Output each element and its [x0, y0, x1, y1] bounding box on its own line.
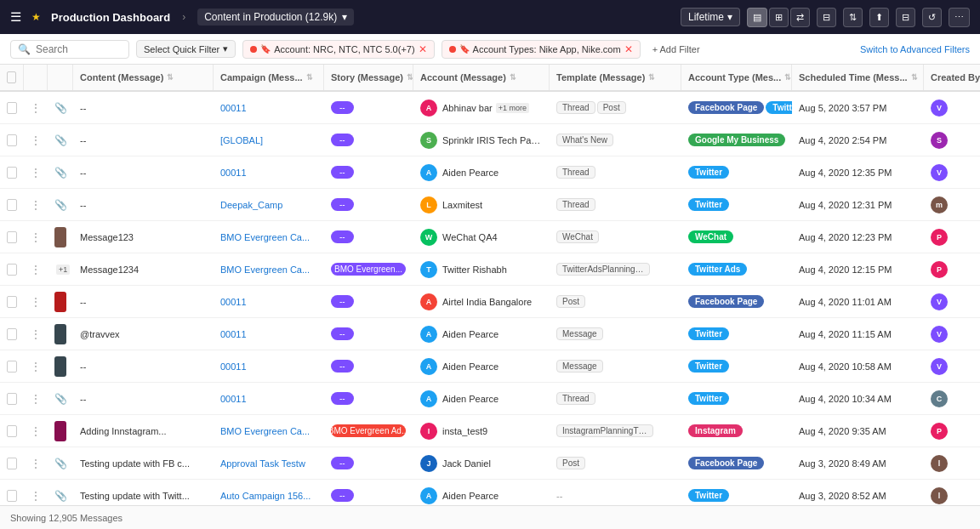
row-account-cell: WWeChat QA4: [413, 221, 550, 253]
row-checkbox[interactable]: [7, 167, 17, 179]
lifetime-button[interactable]: Lifetime ▾: [681, 8, 740, 26]
search-box[interactable]: 🔍: [10, 40, 129, 59]
campaign-link[interactable]: BMO Evergreen Ca...: [220, 426, 310, 436]
row-checkbox[interactable]: [7, 328, 17, 340]
more-icon[interactable]: ⋮: [31, 296, 41, 308]
more-icon[interactable]: ⋮: [31, 199, 41, 211]
campaign-link[interactable]: [GLOBAL]: [220, 135, 263, 145]
campaign-link[interactable]: 00011: [220, 329, 247, 339]
col-sched-header[interactable]: Scheduled Time (Mess... ⇅: [792, 65, 924, 90]
campaign-link[interactable]: BMO Evergreen Ca...: [220, 264, 310, 275]
select-all-checkbox[interactable]: [7, 71, 16, 83]
remove-account-type-filter-button[interactable]: ✕: [624, 43, 633, 55]
more-icon[interactable]: ⋮: [31, 393, 41, 405]
template-badge: Message: [556, 360, 603, 373]
story-pill: --: [331, 489, 354, 502]
row-checkbox[interactable]: [7, 199, 17, 211]
more-icon[interactable]: ⋮: [31, 458, 41, 469]
col-story-header[interactable]: Story (Message) ⇅: [324, 65, 413, 90]
expand-button[interactable]: ⊟: [817, 8, 836, 27]
content-thumbnail: [54, 356, 66, 377]
row-checkbox-cell: [0, 286, 24, 317]
content-text: Testing update with FB c...: [80, 458, 190, 469]
row-checkbox[interactable]: [7, 361, 17, 373]
search-input[interactable]: [36, 43, 121, 55]
col-content-header[interactable]: Content (Message) ⇅: [73, 65, 214, 90]
row-template-cell: Post: [550, 447, 681, 479]
campaign-link[interactable]: BMO Evergreen Ca...: [220, 232, 310, 242]
more-icon[interactable]: ⋮: [31, 231, 41, 243]
row-checkbox-cell: [0, 415, 24, 447]
row-checkbox[interactable]: [7, 296, 17, 308]
table-row: ⋮Message123BMO Evergreen Ca...--WWeChat …: [0, 221, 980, 253]
account-avatar: I: [420, 423, 437, 440]
content-breadcrumb[interactable]: Content in Production (12.9k) ▾: [197, 9, 354, 26]
campaign-link[interactable]: 00011: [220, 168, 247, 178]
more-icon[interactable]: ⋮: [31, 134, 41, 146]
campaign-link[interactable]: 00011: [220, 394, 247, 404]
row-created-cell: P: [924, 221, 980, 253]
story-pill: --: [331, 392, 354, 405]
compare-view-button[interactable]: ⇄: [790, 8, 810, 27]
campaign-link[interactable]: 00011: [220, 297, 247, 307]
export-button[interactable]: ⬆: [869, 8, 889, 27]
pin-icon: 📎: [54, 393, 67, 405]
account-filter-chip[interactable]: 🔖 Account: NRC, NTC, NTC 5.0(+7) ✕: [242, 40, 434, 59]
chevron-down-icon: ▾: [223, 43, 228, 54]
more-icon[interactable]: ⋮: [31, 425, 41, 437]
list-view-button[interactable]: ▤: [747, 8, 767, 27]
col-template-header[interactable]: Template (Message) ⇅: [550, 65, 681, 90]
col-campaign-header[interactable]: Campaign (Mess... ⇅: [214, 65, 324, 90]
more-icon[interactable]: ⋮: [31, 264, 41, 276]
row-story-cell: BMO Evergreen Ad...: [324, 415, 413, 447]
row-checkbox[interactable]: [7, 425, 17, 437]
more-options-button[interactable]: ⋯: [949, 8, 970, 27]
campaign-link[interactable]: Deepak_Camp: [220, 200, 282, 210]
row-checkbox[interactable]: [7, 231, 17, 243]
row-content-cell: --: [73, 189, 214, 220]
pin-icon: 📎: [54, 102, 67, 114]
row-checkbox[interactable]: [7, 490, 17, 502]
col-actype-header[interactable]: Account Type (Mes... ⇅: [681, 65, 792, 90]
row-checkbox[interactable]: [7, 102, 17, 114]
row-campaign-cell: Approval Task Testw: [214, 447, 324, 479]
sort-button[interactable]: ⇅: [843, 8, 863, 27]
creator-avatar: P: [931, 229, 948, 246]
row-thumb-cell: 📎: [48, 480, 73, 505]
row-checkbox-cell: [0, 156, 24, 188]
row-checkbox[interactable]: [7, 393, 17, 405]
table-row: ⋮--00011--AAirtel India BangalorePost Fa…: [0, 286, 980, 318]
add-filter-button[interactable]: + Add Filter: [647, 42, 705, 57]
col-account-header[interactable]: Account (Message) ⇅: [413, 65, 550, 90]
account-type-filter-chip[interactable]: 🔖 Account Types: Nike App, Nike.com ✕: [442, 40, 641, 59]
row-actype-cell: Twitter Ads: [681, 253, 792, 285]
sort-icon: ⇅: [911, 73, 918, 82]
hamburger-icon[interactable]: ☰: [10, 9, 21, 25]
row-checkbox[interactable]: [7, 458, 17, 469]
advanced-filters-link[interactable]: Switch to Advanced Filters: [860, 44, 970, 54]
row-checkbox[interactable]: [7, 264, 17, 276]
refresh-button[interactable]: ↺: [922, 8, 942, 27]
row-story-cell: --: [324, 286, 413, 317]
more-icon[interactable]: ⋮: [31, 361, 41, 373]
remove-account-filter-button[interactable]: ✕: [419, 43, 427, 55]
row-checkbox[interactable]: [7, 134, 17, 146]
row-sched-cell: Aug 4, 2020 10:34 AM: [792, 383, 924, 414]
sort-icon: ⇅: [648, 73, 655, 82]
more-icon[interactable]: ⋮: [31, 102, 41, 114]
row-actions-cell: ⋮: [24, 92, 48, 123]
grid-view-button[interactable]: ⊞: [769, 8, 789, 27]
more-icon[interactable]: ⋮: [31, 167, 41, 179]
campaign-link[interactable]: 00011: [220, 103, 247, 113]
columns-button[interactable]: ⊟: [896, 8, 915, 27]
quick-filter-chip[interactable]: Select Quick Filter ▾: [136, 40, 236, 58]
more-icon[interactable]: ⋮: [31, 328, 41, 340]
row-account-cell: SSprinklr IRIS Tech Park,...: [413, 124, 550, 156]
col-created-header[interactable]: Created By: [924, 65, 980, 90]
row-template-cell: --: [550, 480, 681, 505]
campaign-link[interactable]: 00011: [220, 361, 247, 372]
campaign-link[interactable]: Auto Campaign 156...: [220, 491, 311, 501]
more-icon[interactable]: ⋮: [31, 490, 41, 502]
table-row: ⋮📎--Deepak_Camp--LLaxmitestThread Twitte…: [0, 189, 980, 221]
campaign-link[interactable]: Approval Task Testw: [220, 458, 305, 469]
